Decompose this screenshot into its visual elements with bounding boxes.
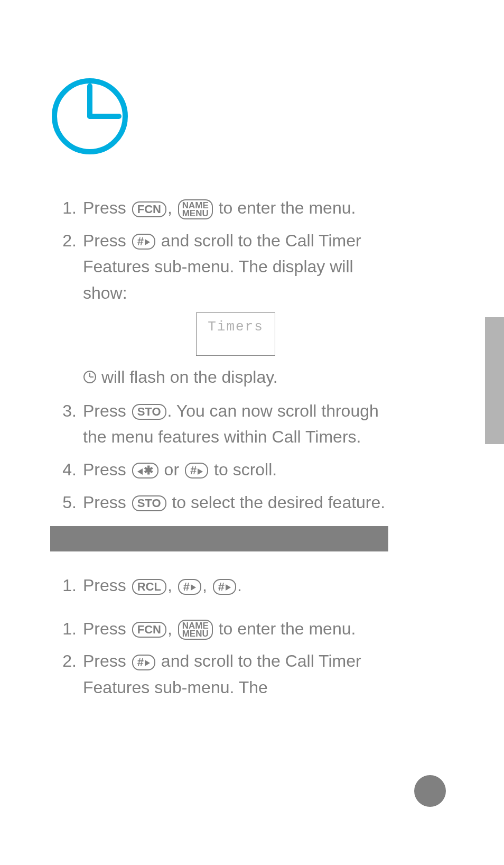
step-number: 4. — [50, 457, 83, 483]
page-indicator — [414, 775, 446, 807]
name-menu-key: NAMEMENU — [178, 199, 213, 219]
svg-marker-10 — [226, 584, 231, 591]
sto-key: STO — [132, 495, 166, 511]
step-text: Press RCL, #, #. — [83, 573, 388, 599]
section-divider — [50, 526, 388, 551]
fcn-key: FCN — [132, 622, 166, 638]
hash-right-key: # — [132, 655, 155, 670]
clock-small-icon — [83, 369, 101, 388]
step-text: Press FCN, NAMEMENU to enter the menu. — [83, 616, 388, 642]
svg-marker-9 — [191, 584, 196, 591]
hash-right-key: # — [178, 579, 201, 595]
svg-marker-11 — [145, 660, 150, 666]
step-number: 1. — [50, 573, 83, 599]
hash-right-key: # — [213, 579, 236, 595]
step-text: Press # and scroll to the Call Timer Fea… — [83, 648, 388, 701]
step-number: 1. — [50, 616, 83, 642]
svg-marker-7 — [137, 468, 143, 475]
step-text: Press ✱ or # to scroll. — [83, 457, 388, 483]
fcn-key: FCN — [132, 201, 166, 217]
page-content: 1. Press FCN, NAMEMENU to enter the menu… — [50, 77, 388, 707]
instruction-list-a: 1. Press FCN, NAMEMENU to enter the menu… — [50, 195, 388, 516]
instruction-list-c: 1. Press FCN, NAMEMENU to enter the menu… — [50, 616, 388, 701]
step-text: Press STO. You can now scroll through th… — [83, 398, 388, 450]
step-number: 5. — [50, 490, 83, 516]
instruction-list-b: 1. Press RCL, #, #. — [50, 573, 388, 599]
step-number: 3. — [50, 398, 83, 450]
step-text: Press # and scroll to the Call Timer Fea… — [83, 228, 388, 392]
step-number: 2. — [50, 648, 83, 701]
lcd-display: Timers — [196, 312, 275, 356]
name-menu-key: NAMEMENU — [178, 620, 213, 640]
step-number: 2. — [50, 228, 83, 392]
svg-marker-8 — [198, 468, 203, 475]
star-left-key: ✱ — [132, 463, 158, 478]
sto-key: STO — [132, 404, 166, 420]
hash-right-key: # — [132, 234, 155, 250]
step-text: Press FCN, NAMEMENU to enter the menu. — [83, 195, 388, 222]
step-number: 1. — [50, 195, 83, 222]
rcl-key: RCL — [132, 579, 166, 595]
step-text: Press STO to select the desired feature. — [83, 490, 388, 516]
hash-right-key: # — [185, 463, 208, 478]
clock-icon — [50, 77, 388, 158]
side-tab — [485, 317, 504, 444]
svg-marker-3 — [145, 239, 150, 245]
